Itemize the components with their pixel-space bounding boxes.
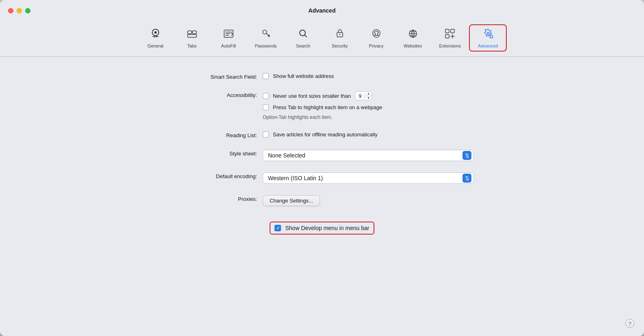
search-icon bbox=[297, 28, 309, 42]
reading-list-row: Reading List: Save articles for offline … bbox=[168, 131, 476, 138]
tab-general-label: General bbox=[147, 43, 163, 48]
tab-tabs-label: Tabs bbox=[187, 43, 197, 48]
show-develop-container: Show Develop menu in menu bar bbox=[270, 222, 374, 235]
tab-tabs[interactable]: Tabs bbox=[174, 25, 210, 51]
tab-advanced[interactable]: Advanced bbox=[469, 24, 507, 52]
security-icon bbox=[334, 28, 346, 42]
tab-extensions[interactable]: Extensions bbox=[431, 25, 469, 51]
close-button[interactable] bbox=[8, 8, 13, 13]
passwords-icon bbox=[260, 28, 272, 42]
font-size-down-arrow[interactable]: ▼ bbox=[365, 96, 372, 100]
smart-search-field-controls: Show full website address bbox=[263, 73, 334, 79]
svg-rect-12 bbox=[445, 34, 449, 38]
accessibility-row: Accessibility: Never use font sizes smal… bbox=[168, 91, 476, 120]
change-settings-button[interactable]: Change Settings... bbox=[263, 195, 320, 206]
press-tab-label: Press Tab to highlight each item on a we… bbox=[273, 104, 382, 110]
style-sheet-dropdown-wrapper: None Selected ⇅ bbox=[263, 150, 474, 161]
svg-point-13 bbox=[487, 32, 489, 34]
font-size-value: 9 bbox=[355, 93, 365, 99]
svg-point-0 bbox=[154, 31, 157, 34]
tab-autofill[interactable]: AutoFill bbox=[210, 25, 247, 51]
font-stepper-arrows: ▲ ▼ bbox=[365, 92, 372, 100]
font-size-row: Never use font sizes smaller than 9 ▲ ▼ bbox=[263, 91, 382, 100]
autofill-icon bbox=[223, 28, 235, 42]
reading-list-controls: Save articles for offline reading automa… bbox=[263, 131, 378, 138]
style-sheet-dropdown[interactable]: None Selected bbox=[263, 150, 474, 161]
tab-privacy-label: Privacy bbox=[369, 43, 383, 48]
smart-search-field-row: Smart Search Field: Show full website ad… bbox=[168, 73, 476, 80]
reading-list-label: Reading List: bbox=[168, 131, 257, 138]
main-window: Advanced General Tabs bbox=[0, 0, 644, 336]
svg-rect-10 bbox=[445, 29, 449, 33]
tab-passwords-label: Passwords bbox=[255, 43, 277, 48]
svg-rect-3 bbox=[188, 34, 197, 37]
show-full-address-checkbox[interactable] bbox=[263, 73, 269, 79]
tab-search-label: Search bbox=[296, 43, 310, 48]
press-tab-row: Press Tab to highlight each item on a we… bbox=[263, 104, 382, 110]
tab-security[interactable]: Security bbox=[322, 25, 358, 51]
general-icon bbox=[149, 28, 162, 42]
smart-search-field-label: Smart Search Field: bbox=[168, 73, 257, 80]
tab-privacy[interactable]: Privacy bbox=[358, 25, 395, 51]
tab-security-label: Security bbox=[332, 43, 348, 48]
advanced-icon bbox=[482, 28, 494, 42]
svg-rect-2 bbox=[192, 31, 197, 34]
show-develop-row: Show Develop menu in menu bar bbox=[168, 218, 476, 235]
font-size-up-arrow[interactable]: ▲ bbox=[365, 92, 372, 96]
tab-websites-label: Websites bbox=[404, 43, 422, 48]
tab-extensions-label: Extensions bbox=[439, 43, 461, 48]
style-sheet-row: Style sheet: None Selected ⇅ bbox=[168, 150, 476, 161]
save-articles-row: Save articles for offline reading automa… bbox=[263, 131, 378, 138]
tab-advanced-label: Advanced bbox=[478, 43, 498, 48]
option-tab-hint-row: Option-Tab highlights each item. bbox=[263, 114, 382, 120]
font-size-stepper[interactable]: 9 ▲ ▼ bbox=[355, 91, 372, 100]
title-bar: Advanced bbox=[0, 0, 644, 21]
maximize-button[interactable] bbox=[25, 8, 30, 13]
main-content: Smart Search Field: Show full website ad… bbox=[0, 57, 644, 336]
settings-form: Smart Search Field: Show full website ad… bbox=[168, 73, 476, 246]
show-develop-checkbox[interactable] bbox=[274, 225, 281, 231]
show-develop-label: Show Develop menu in menu bar bbox=[285, 225, 369, 231]
save-articles-checkbox[interactable] bbox=[263, 131, 269, 138]
default-encoding-dropdown-wrapper: Western (ISO Latin 1) ⇅ bbox=[263, 172, 474, 184]
option-tab-hint: Option-Tab highlights each item. bbox=[263, 114, 332, 120]
tab-general[interactable]: General bbox=[137, 25, 174, 51]
window-title: Advanced bbox=[309, 7, 336, 14]
extensions-icon bbox=[444, 28, 456, 42]
svg-point-8 bbox=[339, 34, 340, 35]
minimize-button[interactable] bbox=[17, 8, 22, 13]
tab-autofill-label: AutoFill bbox=[221, 43, 236, 48]
traffic-lights bbox=[8, 8, 30, 13]
default-encoding-dropdown[interactable]: Western (ISO Latin 1) bbox=[263, 172, 474, 184]
style-sheet-controls: None Selected ⇅ bbox=[263, 150, 474, 161]
toolbar: General Tabs AutoFill bbox=[0, 21, 644, 57]
proxies-controls: Change Settings... bbox=[263, 195, 320, 206]
default-encoding-label: Default encoding: bbox=[168, 172, 257, 179]
privacy-icon bbox=[370, 28, 383, 42]
show-full-address-label: Show full website address bbox=[273, 73, 334, 79]
default-encoding-controls: Western (ISO Latin 1) ⇅ bbox=[263, 172, 474, 184]
tabs-icon bbox=[186, 28, 198, 42]
default-encoding-row: Default encoding: Western (ISO Latin 1) … bbox=[168, 172, 476, 184]
proxies-row: Proxies: Change Settings... bbox=[168, 195, 476, 206]
save-articles-label: Save articles for offline reading automa… bbox=[273, 131, 378, 138]
proxies-button-row: Change Settings... bbox=[263, 195, 320, 206]
websites-icon bbox=[407, 28, 419, 42]
tab-passwords[interactable]: Passwords bbox=[247, 25, 285, 51]
proxies-label: Proxies: bbox=[168, 195, 257, 202]
accessibility-controls: Never use font sizes smaller than 9 ▲ ▼ … bbox=[263, 91, 382, 120]
style-sheet-label: Style sheet: bbox=[168, 150, 257, 157]
press-tab-checkbox[interactable] bbox=[263, 104, 269, 110]
svg-rect-1 bbox=[188, 31, 192, 34]
font-size-checkbox[interactable] bbox=[263, 93, 269, 99]
tab-search[interactable]: Search bbox=[285, 25, 322, 51]
accessibility-label: Accessibility: bbox=[168, 91, 257, 98]
tab-websites[interactable]: Websites bbox=[395, 25, 431, 51]
svg-rect-11 bbox=[451, 29, 454, 33]
never-smaller-label: Never use font sizes smaller than bbox=[273, 93, 351, 99]
help-button[interactable]: ? bbox=[625, 319, 634, 328]
show-full-address-row: Show full website address bbox=[263, 73, 334, 79]
